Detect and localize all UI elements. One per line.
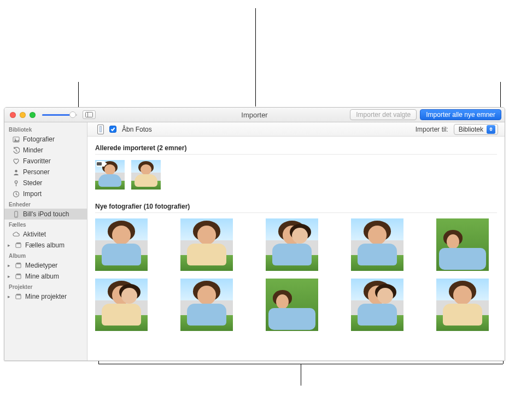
photo-thumbnail[interactable] xyxy=(95,160,125,190)
sidebar-item-label: Medietyper xyxy=(25,262,57,269)
sidebar-item-minder[interactable]: Minder xyxy=(4,145,87,156)
person-icon xyxy=(12,169,20,176)
disclosure-triangle-icon[interactable]: ▸ xyxy=(7,242,11,248)
photo-thumbnail[interactable] xyxy=(95,279,148,331)
sidebar-group-label: Fælles xyxy=(4,220,87,229)
sidebar-group-label: Enheder xyxy=(4,199,87,209)
sidebar-item-label: Minder xyxy=(23,146,43,154)
sidebar-item-label: Favoritter xyxy=(23,157,51,165)
disclosure-triangle-icon[interactable]: ▸ xyxy=(7,274,11,279)
device-icon xyxy=(97,125,104,134)
sidebar-item-label: Mine album xyxy=(25,273,59,280)
sidebar-item-fotografier[interactable]: Fotografier xyxy=(4,134,87,145)
import-all-new-button[interactable]: Importer alle nye emner xyxy=(420,109,501,120)
svg-rect-0 xyxy=(86,113,93,117)
sidebar: BibliotekFotografierMinderFavoritterPers… xyxy=(4,122,87,360)
photos-icon xyxy=(12,136,20,143)
photo-thumbnail[interactable] xyxy=(266,279,318,331)
photo-thumbnail[interactable] xyxy=(180,279,233,331)
svg-point-3 xyxy=(14,138,15,139)
disclosure-triangle-icon[interactable]: ▸ xyxy=(7,263,11,268)
pin-icon xyxy=(12,180,20,187)
sidebar-item-steder[interactable]: Steder xyxy=(4,178,87,188)
photos-app-window: Importer Importer det valgte Importer al… xyxy=(4,107,505,361)
sidebar-item-label: Import xyxy=(23,190,42,198)
main-pane: Åbn Fotos Importer til: Bibliotek Allere… xyxy=(87,122,505,360)
new-photos-grid xyxy=(95,218,497,331)
svg-rect-12 xyxy=(15,263,20,267)
svg-point-4 xyxy=(15,169,17,171)
heart-icon xyxy=(12,158,20,165)
sidebar-item-mine-projekter[interactable]: ▸Mine projekter xyxy=(4,291,87,302)
content-scroll[interactable]: Allerede importeret (2 emner) Nye fotogr… xyxy=(87,137,505,360)
sidebar-group-label: Album xyxy=(4,251,87,260)
import-to-select[interactable]: Bibliotek xyxy=(454,124,498,135)
titlebar: Importer Importer det valgte Importer al… xyxy=(4,108,505,122)
callout-line xyxy=(255,8,256,107)
sidebar-item-label: Steder xyxy=(23,179,42,187)
photo-thumbnail[interactable] xyxy=(436,218,489,271)
sidebar-group-label: Projekter xyxy=(4,282,87,291)
svg-rect-17 xyxy=(16,294,20,295)
section-header: Nye fotografier (10 fotografier) xyxy=(95,199,497,213)
window-controls xyxy=(4,112,36,118)
photo-thumbnail[interactable] xyxy=(95,218,148,271)
svg-point-5 xyxy=(15,180,17,183)
album-icon xyxy=(14,242,22,249)
disclosure-triangle-icon[interactable]: ▸ xyxy=(7,294,11,299)
fullscreen-button[interactable] xyxy=(30,112,36,118)
callout-line xyxy=(301,364,301,386)
section-already-imported: Allerede importeret (2 emner) xyxy=(95,141,497,190)
close-button[interactable] xyxy=(10,112,16,118)
video-badge-icon xyxy=(96,161,105,167)
section-new-photos: Nye fotografier (10 fotografier) xyxy=(95,199,497,331)
already-imported-grid xyxy=(95,160,497,190)
svg-rect-10 xyxy=(15,243,20,247)
sidebar-item-f-lles-album[interactable]: ▸Fælles album xyxy=(4,240,87,251)
minimize-button[interactable] xyxy=(20,112,26,118)
sidebar-item-import[interactable]: Import xyxy=(4,188,87,199)
clock-icon xyxy=(12,191,20,198)
import-selected-button[interactable]: Importer det valgte xyxy=(350,109,417,120)
album-icon xyxy=(14,293,22,300)
photo-thumbnail[interactable] xyxy=(266,218,318,271)
svg-rect-16 xyxy=(15,294,20,298)
svg-rect-15 xyxy=(16,274,20,275)
cloud-icon xyxy=(12,231,20,238)
toggle-sidebar-button[interactable] xyxy=(83,110,96,119)
import-to-label: Importer til: xyxy=(416,126,448,133)
sidebar-item-mine-album[interactable]: ▸Mine album xyxy=(4,271,87,282)
sidebar-item-label: Personer xyxy=(23,168,50,176)
sidebar-item-label: Mine projekter xyxy=(25,293,67,300)
svg-point-9 xyxy=(15,216,16,216)
sidebar-group-label: Bibliotek xyxy=(4,125,87,134)
svg-rect-13 xyxy=(16,263,20,264)
photo-thumbnail[interactable] xyxy=(131,160,161,190)
import-to-value: Bibliotek xyxy=(459,126,483,133)
open-photos-label: Åbn Fotos xyxy=(122,126,152,133)
sidebar-item-personer[interactable]: Personer xyxy=(4,167,87,178)
album-icon xyxy=(14,273,22,280)
sidebar-item-aktivitet[interactable]: Aktivitet xyxy=(4,229,87,240)
callout-line xyxy=(500,82,501,107)
sidebar-item-bill-s-ipod-touch[interactable]: Bill's iPod touch xyxy=(4,209,87,220)
svg-rect-11 xyxy=(16,242,20,244)
sidebar-item-label: Fotografier xyxy=(23,135,55,143)
sidebar-item-label: Bill's iPod touch xyxy=(23,210,69,218)
svg-rect-14 xyxy=(15,274,20,278)
thumbnail-zoom-slider[interactable] xyxy=(42,111,77,119)
section-header: Allerede importeret (2 emner) xyxy=(95,141,497,155)
sidebar-item-favoritter[interactable]: Favoritter xyxy=(4,156,87,167)
photo-thumbnail[interactable] xyxy=(436,279,489,331)
open-photos-checkbox[interactable] xyxy=(109,126,116,133)
photo-thumbnail[interactable] xyxy=(351,218,403,271)
sidebar-item-label: Aktivitet xyxy=(23,230,46,238)
photo-thumbnail[interactable] xyxy=(351,279,403,331)
sidebar-item-medietyper[interactable]: ▸Medietyper xyxy=(4,260,87,271)
import-options-bar: Åbn Fotos Importer til: Bibliotek xyxy=(87,122,505,137)
sidebar-item-label: Fælles album xyxy=(25,241,65,249)
callout-line xyxy=(78,82,79,107)
device-icon xyxy=(12,211,20,218)
photo-thumbnail[interactable] xyxy=(180,218,233,271)
clock-back-icon xyxy=(12,147,20,154)
